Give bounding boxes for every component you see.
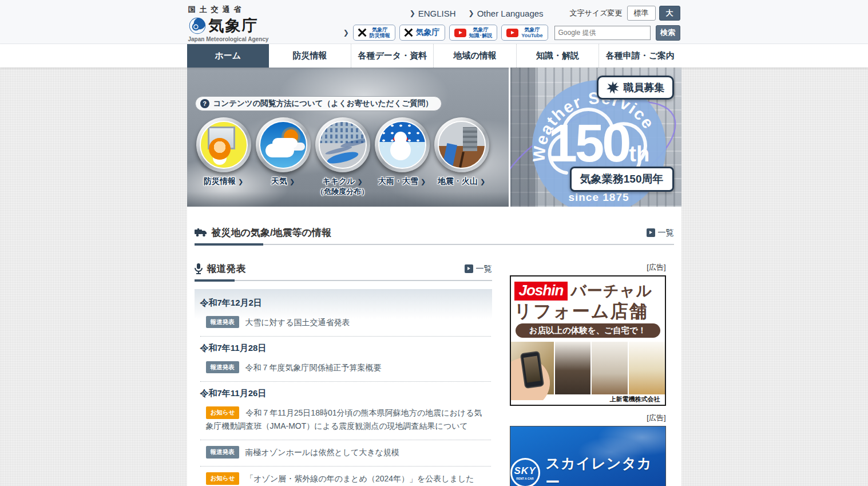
hero-circle-jishin[interactable]: 地震・火山❯ [434,117,489,197]
font-size-large-button[interactable]: 大 [659,6,680,21]
news-group: 令和7年12月2日報道発表大雪に対する国土交通省発表 [195,291,492,337]
kikikuru-icon [319,121,367,169]
x-social-button-1[interactable]: 気象庁 [399,25,445,41]
ad-label: [広告] [510,413,666,423]
youtube-social-button-3[interactable]: 気象庁YouTube [501,25,548,41]
list-arrow-icon [647,228,655,237]
circle-label: 防災情報❯ [204,176,243,187]
search-input[interactable] [554,26,651,40]
nav-tab-2[interactable]: 各種データ・資料 [351,44,433,68]
disaster-list-link[interactable]: 一覧 [647,228,674,238]
showroom-photo [629,342,665,394]
chevron-icon: ❯ [480,178,485,185]
hero-circle-bosai[interactable]: 防災情報❯ [196,117,251,197]
disaster-list-label: 一覧 [658,228,674,238]
news-item-text: 「オゾン層・紫外線の年のまとめ（2024年）」を公表しました [245,474,474,483]
bosai-illustration [201,122,247,168]
chevron-icon: ❯ [238,178,243,185]
press-release-section: 報道発表 一覧 令和7年12月2日報道発表大雪に対する国土交通省発表令和7年11… [195,262,492,486]
youtube-icon [506,29,518,37]
youtube-icon [454,29,466,37]
chevron-icon: ❯ [343,29,349,37]
hero-circle-kikikuru[interactable]: キキクル❯（危険度分布） [315,117,370,197]
sky-brand-name: スカイレンタカー [546,454,665,486]
nav-tab-5[interactable]: 各種申請・ご案内 [599,44,681,68]
joshin-showroom-photos [511,342,665,394]
jma-logo-icon [188,17,207,35]
english-link-label: ENGLISH [418,9,456,18]
news-item-link[interactable]: 報道発表大雪に対する国土交通省発表 [200,310,491,337]
x-icon [405,29,413,37]
news-item-link[interactable]: 報道発表令和７年度気象庁関係補正予算案概要 [200,355,491,382]
recruitment-button[interactable]: 職員募集 [597,76,674,100]
chevron-icon: ❯ [410,9,415,17]
agency-logo[interactable]: 国土交通省 気象庁 Japan Meteorological Agency [188,2,269,41]
ads-column: [広告] Joshin バーチャル リフォーム店舗 お店以上の体験を、ご自宅で！ [510,262,666,486]
news-date: 令和7年11月26日 [195,382,492,401]
search-button[interactable]: 検索 [656,25,680,41]
anniversary-150-button[interactable]: 気象業務150周年 [570,167,674,192]
showroom-photo [592,342,628,394]
agency-name: 気象庁 [209,15,259,36]
faq-banner-label: コンテンツの閲覧方法について（よくお寄せいただくご質問） [213,98,433,109]
news-item-link[interactable]: お知らせ「オゾン層・紫外線の年のまとめ（2024年）」を公表しました [200,467,491,486]
joshin-tagline: お店以上の体験を、ご自宅で！ [516,323,660,338]
showroom-photo [555,342,591,394]
sky-rentacar-ad-banner[interactable]: SKY RENT A CAR スカイレンタカー 公式サイト初の [510,426,666,486]
news-item-text: 令和７年11月25日18時01分頃の熊本県阿蘇地方の地震における気象庁機動調査班… [206,408,482,430]
other-languages-link[interactable]: ❯Other Languages [469,9,544,18]
hero-building-photo: Weather Service 150th since 1875 職員募集 [509,68,681,207]
joshin-headline-2: リフォーム店舗 [511,301,665,322]
hero-satellite-image: ? コンテンツの閲覧方法について（よくお寄せいただくご質問） 防災情報❯天気❯キ… [187,68,509,207]
circle-label: キキクル❯ [322,176,363,187]
youtube-social-button-2[interactable]: 気象庁知識･解説 [449,25,498,41]
font-size-label: 文字サイズ変更 [570,8,623,18]
press-column: 報道発表 一覧 令和7年12月2日報道発表大雪に対する国土交通省発表令和7年11… [195,262,492,486]
nav-band: ホーム防災情報各種データ・資料地域の情報知識・解説各種申請・ご案内 [0,44,868,68]
nav-tab-0[interactable]: ホーム [187,44,269,68]
circle-sublabel: （危険度分布） [316,187,368,197]
disaster-info-section: 被災地の気象/地震等の情報 一覧 [195,226,674,245]
hero-circle-ooame[interactable]: 大雨・大雪❯ [375,117,430,197]
kikikuru-illustration [320,122,366,168]
nav-tab-3[interactable]: 地域の情報 [433,44,516,68]
mascot-icon [606,81,620,94]
ministry-name: 国土交通省 [188,5,269,15]
faq-banner-link[interactable]: ? コンテンツの閲覧方法について（よくお寄せいただくご質問） [195,96,442,111]
recruitment-label: 職員募集 [624,81,665,94]
press-list-label: 一覧 [476,264,492,274]
news-badge-notice: お知らせ [206,406,240,418]
news-item-link[interactable]: 報道発表南極オゾンホールは依然として大きな規模 [200,440,491,467]
joshin-ad-banner[interactable]: Joshin バーチャル リフォーム店舗 お店以上の体験を、ご自宅で！ [510,275,666,406]
jma-homepage: 国土交通省 気象庁 Japan Meteorological Agency [0,0,868,486]
circle-ring [256,117,311,172]
news-item-link[interactable]: お知らせ令和７年11月25日18時01分頃の熊本県阿蘇地方の地震における気象庁機… [200,401,491,440]
circle-label: 地震・火山❯ [438,176,485,187]
news-item-text: 令和７年度気象庁関係補正予算案概要 [245,363,382,372]
social-button-label: 気象庁 [416,28,440,37]
jishin-illustration [439,122,485,168]
page-body: ? コンテンツの閲覧方法について（よくお寄せいただくご質問） 防災情報❯天気❯キ… [0,68,868,486]
news-badge-notice: お知らせ [206,472,240,484]
news-item-text: 大雪に対する国土交通省発表 [245,318,350,327]
news-badge-press: 報道発表 [206,361,239,373]
english-link[interactable]: ❯ENGLISH [410,9,456,18]
nav-tab-1[interactable]: 防災情報 [269,44,351,68]
social-button-label: 気象庁知識･解説 [469,27,493,38]
hero-circle-tenki[interactable]: 天気❯ [256,117,311,197]
site-search: 検索 [554,25,680,41]
x-social-button-0[interactable]: 気象庁防災情報 [353,25,395,41]
circle-ring [196,117,251,172]
hero-shortcut-circles: 防災情報❯天気❯キキクル❯（危険度分布）大雨・大雪❯地震・火山❯ [196,117,503,197]
social-button-label: 気象庁YouTube [521,27,542,38]
social-buttons: 気象庁防災情報気象庁気象庁知識･解説気象庁YouTube [353,25,548,41]
press-list-link[interactable]: 一覧 [465,264,492,274]
chevron-icon: ❯ [469,9,474,17]
nav-tab-4[interactable]: 知識・解説 [516,44,599,68]
question-icon: ? [200,99,209,108]
font-size-standard-button[interactable]: 標準 [627,6,656,21]
circle-ring [315,117,370,172]
news-item-text: 南極オゾンホールは依然として大きな規模 [245,448,400,457]
joshin-headline-1: バーチャル [570,280,652,301]
chevron-icon: ❯ [290,178,295,185]
